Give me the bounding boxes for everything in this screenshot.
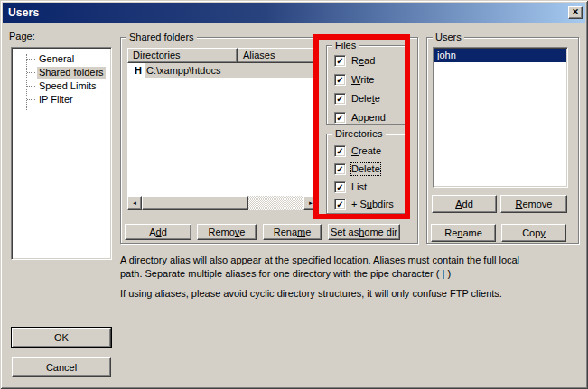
user-list-item[interactable]: john <box>434 49 566 62</box>
cyclic-note: If using aliases, please avoid cyclic di… <box>120 287 586 301</box>
users-listbox[interactable]: john <box>433 47 568 188</box>
remove-user-button[interactable]: Remove <box>500 195 567 213</box>
copy-user-button[interactable]: Copy <box>501 224 566 242</box>
column-header-aliases[interactable]: Aliases <box>238 48 318 63</box>
directory-path[interactable]: C:\xampp\htdocs <box>145 63 318 78</box>
ok-button[interactable]: OK <box>12 328 111 347</box>
page-label: Page: <box>9 31 35 42</box>
users-dialog: Users ✕ Page: General Shared folders Spe… <box>0 0 588 389</box>
listview-header: Directories Aliases <box>127 48 318 63</box>
set-as-home-dir-button[interactable]: Set as home dir <box>328 224 400 240</box>
listview-body[interactable]: H C:\xampp\htdocs <box>127 63 318 196</box>
tree-item-shared-folders[interactable]: Shared folders <box>14 66 108 79</box>
scrollbar-thumb[interactable] <box>142 196 248 210</box>
tree-item-general[interactable]: General <box>14 52 108 66</box>
tree-item-ip-filter[interactable]: IP Filter <box>14 93 108 107</box>
add-folder-button[interactable]: Add <box>125 224 191 240</box>
column-header-directories[interactable]: Directories <box>127 48 238 63</box>
shared-folders-group-label: Shared folders <box>126 32 197 43</box>
directories-listview[interactable]: Directories Aliases H C:\xampp\htdocs ◄ … <box>127 48 318 210</box>
rename-folder-button[interactable]: Rename <box>263 224 322 240</box>
home-dir-flag: H <box>135 65 145 76</box>
remove-folder-button[interactable]: Remove <box>197 224 257 240</box>
window-title: Users <box>8 6 39 19</box>
close-icon[interactable]: ✕ <box>568 6 583 19</box>
help-text: A directory alias will also appear at th… <box>120 254 586 301</box>
directory-row[interactable]: H C:\xampp\htdocs <box>127 63 318 78</box>
horizontal-scrollbar[interactable]: ◄ ► <box>127 196 318 210</box>
cancel-button[interactable]: Cancel <box>12 357 111 377</box>
page-tree[interactable]: General Shared folders Speed Limits IP F… <box>11 47 112 260</box>
red-highlight-box <box>313 34 410 219</box>
rename-user-button[interactable]: Rename <box>431 224 496 242</box>
tree-item-speed-limits[interactable]: Speed Limits <box>14 79 108 93</box>
users-group-label: Users <box>433 32 464 43</box>
title-bar[interactable]: Users <box>3 3 585 23</box>
add-user-button[interactable]: Add <box>432 195 497 213</box>
scroll-left-icon[interactable]: ◄ <box>127 196 142 210</box>
alias-note: A directory alias will also appear at th… <box>120 254 586 281</box>
